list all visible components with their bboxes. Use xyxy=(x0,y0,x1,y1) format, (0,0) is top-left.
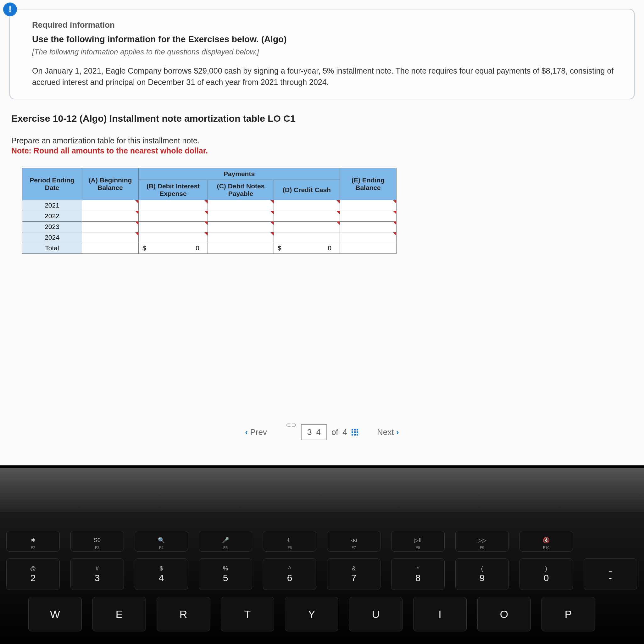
keyboard-key: 🎤F5 xyxy=(199,531,252,552)
cell-input[interactable] xyxy=(340,232,397,243)
cell-input[interactable] xyxy=(208,221,274,232)
th-interest-expense: (B) Debit Interest Expense xyxy=(139,180,208,200)
required-marker-icon xyxy=(393,200,396,203)
cell-input[interactable] xyxy=(82,200,139,211)
keyboard-key: *8 xyxy=(391,558,445,590)
keyboard-key: S0F3 xyxy=(70,531,124,552)
cell-input[interactable] xyxy=(274,232,340,243)
keyboard-key: ◃◃F7 xyxy=(327,531,380,552)
letter-key-row: WERTYUIOP xyxy=(6,597,638,631)
table-row: 2024 xyxy=(22,232,397,243)
keyboard-key: ▷▷F9 xyxy=(455,531,509,552)
th-notes-payable: (C) Debit Notes Payable xyxy=(208,180,274,200)
cell-input[interactable] xyxy=(274,200,340,211)
row-year: 2023 xyxy=(22,221,82,232)
cell-input[interactable] xyxy=(208,200,274,211)
cell-total-notes xyxy=(208,243,274,253)
th-date: Period Ending Date xyxy=(22,168,82,200)
row-year: 2022 xyxy=(22,211,82,221)
cell-input[interactable] xyxy=(274,211,340,221)
table-row: 2022 xyxy=(22,211,397,221)
currency-symbol: $ xyxy=(278,244,281,252)
currency-symbol: $ xyxy=(142,244,146,252)
required-marker-icon xyxy=(135,232,138,236)
exercise-title: Exercise 10-12 (Algo) Installment note a… xyxy=(11,113,635,124)
cell-input[interactable] xyxy=(139,200,208,211)
keyboard-key: O xyxy=(477,597,531,631)
required-marker-icon xyxy=(336,211,340,214)
required-marker-icon xyxy=(393,222,396,225)
cell-input[interactable] xyxy=(340,221,397,232)
cell-total-end xyxy=(340,243,397,253)
grid-icon[interactable] xyxy=(352,429,358,436)
cell-input[interactable] xyxy=(139,221,208,232)
cell-input[interactable] xyxy=(208,211,274,221)
required-marker-icon xyxy=(204,222,208,225)
page-current: 3 xyxy=(307,427,312,437)
keyboard-key: %5 xyxy=(199,558,252,590)
keyboard-key: (9 xyxy=(455,558,509,590)
keyboard-key: E xyxy=(92,597,146,631)
required-marker-icon xyxy=(135,211,138,214)
keyboard-key: U xyxy=(349,597,403,631)
cell-input[interactable] xyxy=(82,232,139,243)
keyboard-key: ▷IIF8 xyxy=(391,531,445,552)
cell-input[interactable] xyxy=(139,211,208,221)
pagination-bar: ‹ Prev ⊂⊃ 3 4 of 4 Next › xyxy=(0,424,644,440)
link-icon: ⊂⊃ xyxy=(286,421,297,429)
cell-input[interactable] xyxy=(208,232,274,243)
table-row-total: Total $ 0 $ 0 xyxy=(22,243,397,253)
cell-total-beg xyxy=(82,243,139,253)
table-body: 2021 2022 2023 xyxy=(22,200,397,253)
keyboard-key: W xyxy=(28,597,82,631)
info-heading: Required information xyxy=(32,20,618,30)
required-marker-icon xyxy=(393,232,396,236)
cell-input[interactable] xyxy=(82,221,139,232)
keyboard-key: ^6 xyxy=(263,558,316,590)
info-italic: [The following information applies to th… xyxy=(32,47,618,56)
keyboard-key: #3 xyxy=(70,558,124,590)
cell-input[interactable] xyxy=(340,211,397,221)
app-screen: ! Required information Use the following… xyxy=(0,0,644,465)
keyboard-key: R xyxy=(157,597,210,631)
required-marker-icon xyxy=(270,211,274,214)
required-marker-icon xyxy=(270,232,274,236)
exercise-note: Note: Round all amounts to the nearest w… xyxy=(11,146,635,155)
required-marker-icon xyxy=(270,222,274,225)
info-body: On January 1, 2021, Eagle Company borrow… xyxy=(32,65,618,88)
table-row: 2021 xyxy=(22,200,397,211)
required-marker-icon xyxy=(204,232,208,236)
keyboard-key: _- xyxy=(584,558,637,590)
row-year: 2021 xyxy=(22,200,82,211)
next-button[interactable]: Next › xyxy=(371,424,405,440)
page-total-shown: 4 xyxy=(316,427,320,437)
keyboard-key: @2 xyxy=(6,558,60,590)
keyboard-key: 🔍F4 xyxy=(135,531,188,552)
chevron-right-icon: › xyxy=(396,427,399,437)
cell-input[interactable] xyxy=(274,221,340,232)
keyboard-key: )0 xyxy=(519,558,573,590)
exercise-instruction: Prepare an amortization table for this i… xyxy=(11,135,635,146)
th-payments-group: Payments xyxy=(139,168,340,180)
cell-total-interest: $ 0 xyxy=(139,243,208,253)
next-label: Next xyxy=(377,427,394,437)
chevron-left-icon: ‹ xyxy=(245,427,248,437)
keyboard-key: ☾F6 xyxy=(263,531,316,552)
cell-input[interactable] xyxy=(82,211,139,221)
prev-button[interactable]: ‹ Prev xyxy=(239,424,273,440)
keyboard-key: $4 xyxy=(135,558,188,590)
cell-input[interactable] xyxy=(340,200,397,211)
row-total-label: Total xyxy=(22,243,82,253)
table-row: 2023 xyxy=(22,221,397,232)
prev-label: Prev xyxy=(250,427,267,437)
required-info-box: ! Required information Use the following… xyxy=(9,9,635,99)
keyboard-key: ✱F2 xyxy=(6,531,60,552)
amortization-table: Period Ending Date (A) Beginning Balance… xyxy=(22,168,397,254)
pagination-status: ⊂⊃ 3 4 of 4 xyxy=(286,424,358,440)
total-interest-value: 0 xyxy=(196,244,206,252)
page-count: 4 xyxy=(343,427,347,437)
page-box[interactable]: 3 4 xyxy=(301,424,327,440)
cell-input[interactable] xyxy=(139,232,208,243)
number-key-row: @2#3$4%5^6&7*8(9)0_- xyxy=(6,558,638,590)
required-marker-icon xyxy=(336,200,340,203)
